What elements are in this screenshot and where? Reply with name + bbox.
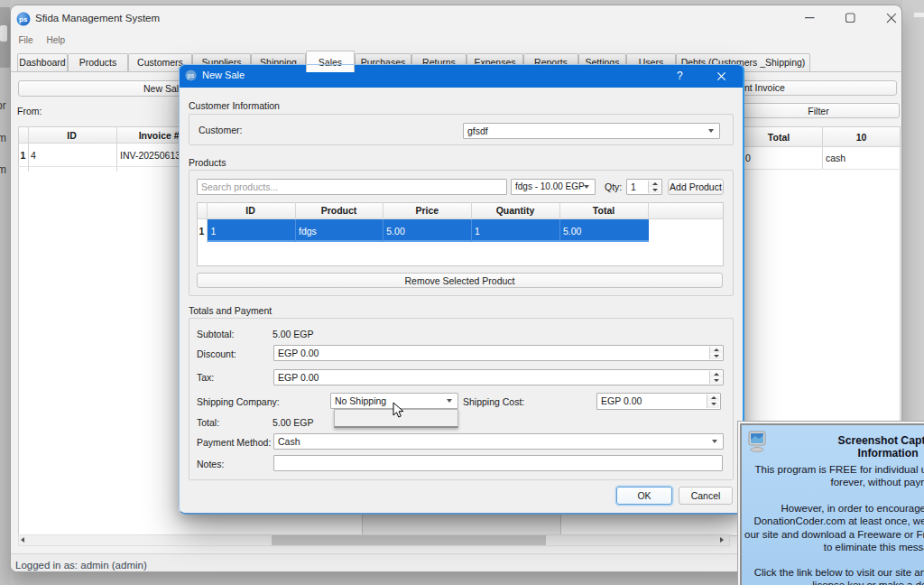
svg-text:ps: ps [19,15,28,23]
